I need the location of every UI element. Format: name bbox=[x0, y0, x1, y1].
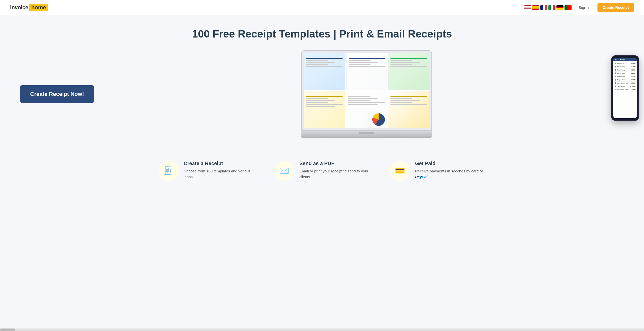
receipt-thumbnail-6 bbox=[388, 91, 429, 128]
flag-it[interactable] bbox=[548, 5, 555, 10]
phone-item-amount: $475.00 bbox=[631, 79, 635, 81]
phone-list-item: James Potter $3,175.00 bbox=[615, 85, 635, 88]
feature-create-receipt: 🧾 Create a Receipt Choose from 100 templ… bbox=[158, 161, 254, 181]
phone-mockup: All Documents Castillon Apr $605.00 Miri… bbox=[611, 55, 639, 121]
laptop-bottom bbox=[301, 135, 432, 138]
hero-content: Create Receipt Now! bbox=[20, 50, 624, 138]
phone-dot bbox=[615, 63, 616, 64]
phone-list-item: Hannah Hilda $311.00 bbox=[615, 75, 635, 78]
paypal-text: PayPal bbox=[415, 175, 427, 179]
scrollbar[interactable] bbox=[0, 328, 644, 331]
flag-de[interactable] bbox=[556, 5, 564, 10]
feature-icon-wrap-email: ✉️ bbox=[274, 161, 294, 181]
phone-item-name: Mr. and Mrs. Wilson bbox=[617, 89, 631, 90]
phone-dot bbox=[615, 82, 616, 84]
phone-dot bbox=[615, 76, 616, 77]
email-icon: ✉️ bbox=[279, 166, 289, 175]
creditcard-icon: 💳 bbox=[395, 166, 405, 175]
phone-item-amount: $605.00 bbox=[631, 63, 635, 64]
header-right: Sign In Create Receipt bbox=[524, 3, 634, 12]
feature-title-email: Send as a PDF bbox=[299, 161, 370, 166]
language-flags bbox=[524, 5, 572, 10]
features-section: 🧾 Create a Receipt Choose from 100 templ… bbox=[0, 145, 644, 196]
logo-invoice-text: invoice bbox=[10, 4, 28, 11]
phone-item-amount: $899.99 bbox=[631, 89, 635, 90]
phone-dot bbox=[615, 79, 616, 81]
feature-desc-receipt: Choose from 100 templates and various lo… bbox=[184, 168, 254, 180]
phone-dot bbox=[615, 66, 616, 67]
phone-item-amount: $229.00 bbox=[631, 69, 635, 71]
laptop-screen bbox=[301, 50, 432, 131]
flag-es[interactable] bbox=[532, 5, 539, 10]
phone-item-name: Castillon Apr bbox=[617, 63, 631, 64]
phone-screen: All Documents Castillon Apr $605.00 Miri… bbox=[613, 58, 637, 118]
phone-list-item: Kevin Sounderson $393.00 bbox=[615, 82, 635, 85]
phone-list-item: Mr. and Mrs. Wilson $899.99 bbox=[615, 88, 635, 91]
create-receipt-now-button[interactable]: Create Receipt Now! bbox=[20, 85, 94, 103]
feature-desc-card: Receive payments in seconds by card or P… bbox=[415, 168, 486, 180]
sign-in-button[interactable]: Sign In bbox=[576, 4, 593, 11]
hero-right: All Documents Castillon Apr $605.00 Miri… bbox=[109, 50, 624, 138]
laptop-hinge bbox=[359, 132, 374, 134]
feature-get-paid: 💳 Get Paid Receive payments in seconds b… bbox=[390, 161, 486, 181]
feature-text-email: Send as a PDF Email or print your receip… bbox=[299, 161, 370, 180]
hero-title: 100 Free Receipt Templates | Print & Ema… bbox=[192, 28, 452, 40]
phone-item-name: Raquel Vasquez bbox=[617, 79, 631, 81]
phone-item-amount: $393.00 bbox=[631, 82, 635, 84]
receipt-thumbnail-1 bbox=[304, 53, 345, 90]
feature-send-pdf: ✉️ Send as a PDF Email or print your rec… bbox=[274, 161, 370, 181]
feature-icon-wrap-card: 💳 bbox=[390, 161, 410, 181]
create-receipt-header-button[interactable]: Create Receipt bbox=[597, 3, 634, 12]
phone-item-name: Miriam Fahey bbox=[617, 66, 631, 67]
phone-dot bbox=[615, 86, 616, 87]
phone-header-bar: All Documents bbox=[613, 58, 637, 61]
receipt-icon: 🧾 bbox=[164, 166, 174, 175]
hero-section: 100 Free Receipt Templates | Print & Ema… bbox=[0, 15, 644, 145]
phone-dot bbox=[615, 89, 616, 90]
receipt-thumbnail-4 bbox=[304, 91, 345, 128]
phone-item-name: James Potter bbox=[617, 86, 630, 87]
feature-title-card: Get Paid bbox=[415, 161, 486, 166]
logo[interactable]: invoice home bbox=[10, 4, 48, 11]
phone-item-amount: $229.25 bbox=[631, 72, 635, 74]
phone-item-name: Miriam Fahey bbox=[617, 69, 631, 71]
feature-title-receipt: Create a Receipt bbox=[184, 161, 254, 166]
phone-dot bbox=[615, 69, 616, 71]
flag-fr[interactable] bbox=[540, 5, 547, 10]
header: invoice home Sign In Create Receipt bbox=[0, 0, 644, 15]
phone-list-item: Raquel Vasquez $475.00 bbox=[615, 78, 635, 82]
phone-item-amount: $229.00 bbox=[631, 66, 635, 67]
phone-item-name: Beverly Glenn bbox=[617, 72, 631, 74]
feature-text-receipt: Create a Receipt Choose from 100 templat… bbox=[184, 161, 254, 180]
phone-item-amount: $311.00 bbox=[631, 76, 635, 77]
feature-desc-email: Email or print your receipt to send to y… bbox=[299, 168, 370, 180]
phone-list-item: Beverly Glenn $229.25 bbox=[615, 72, 635, 75]
receipt-thumbnail-3 bbox=[388, 53, 429, 90]
hero-left: Create Receipt Now! bbox=[20, 85, 109, 103]
flag-us[interactable] bbox=[524, 5, 531, 10]
laptop-mockup bbox=[301, 50, 432, 138]
phone-list: Castillon Apr $605.00 Miriam Fahey $229.… bbox=[615, 62, 635, 91]
laptop-base bbox=[301, 131, 432, 135]
phone-list-item: Castillon Apr $605.00 bbox=[615, 62, 635, 65]
phone-item-amount: $3,175.00 bbox=[630, 86, 635, 87]
phone-item-name: Hannah Hilda bbox=[617, 76, 631, 77]
feature-text-card: Get Paid Receive payments in seconds by … bbox=[415, 161, 486, 180]
flag-pt[interactable] bbox=[565, 5, 572, 10]
phone-item-name: Kevin Sounderson bbox=[617, 82, 631, 84]
logo-home-text: home bbox=[29, 4, 48, 11]
scrollbar-thumb[interactable] bbox=[0, 328, 15, 331]
phone-list-item: Miriam Fahey $229.00 bbox=[615, 65, 635, 68]
receipt-thumbnail-2 bbox=[346, 53, 387, 90]
phone-list-item: Miriam Fahey $229.00 bbox=[615, 68, 635, 72]
laptop-screen-inner bbox=[304, 53, 429, 128]
receipt-thumbnail-5 bbox=[346, 91, 387, 128]
feature-icon-wrap-receipt: 🧾 bbox=[158, 161, 179, 181]
phone-dot bbox=[615, 72, 616, 74]
